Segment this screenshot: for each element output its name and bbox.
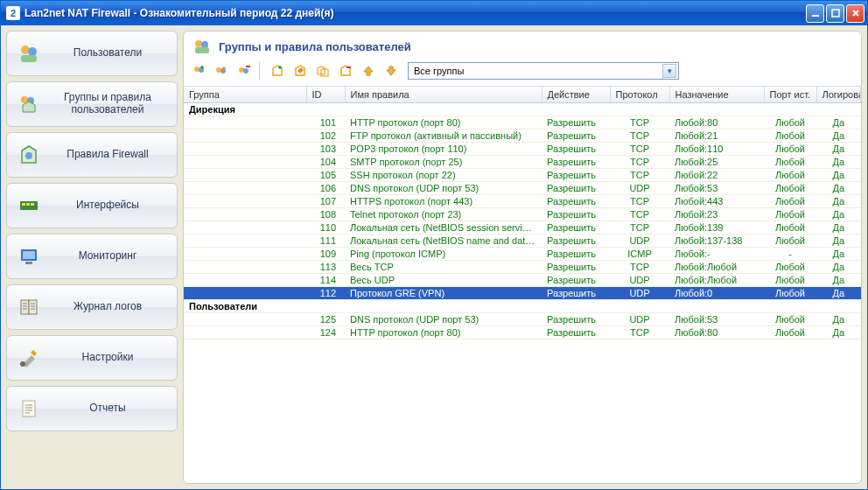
cell-id: 102 [306,130,345,143]
svg-point-17 [20,361,25,367]
svg-point-3 [28,47,37,56]
col-header-srcport[interactable]: Порт ист. [764,87,816,103]
minimize-button[interactable] [806,4,824,23]
rule-row[interactable]: 124HTTP протокол (порт 80)РазрешитьTCPЛю… [184,326,861,340]
svg-point-19 [195,40,202,47]
add-rule-button[interactable] [268,61,287,80]
edit-group-button[interactable] [212,61,231,80]
group-header-row[interactable]: Пользователи [184,300,861,313]
rule-row[interactable]: 109Ping (протокол ICMP)РазрешитьICMPЛюбо… [184,248,861,261]
sidebar-item-label: Отчеты [49,402,166,415]
rule-row[interactable]: 125DNS протокол (UDP порт 53)РазрешитьUD… [184,313,861,326]
sidebar-item-3[interactable]: Интерфейсы [6,183,178,228]
rule-row[interactable]: 106DNS протокол (UDP порт 53)РазрешитьUD… [184,182,861,195]
col-header-id[interactable]: ID [306,87,345,103]
add-group-button[interactable] [189,61,208,80]
cell-src-port: Любой [764,195,816,208]
chevron-down-icon: ▾ [662,64,676,78]
rule-row[interactable]: 111Локальная сеть (NetBIOS name and data… [184,234,861,248]
cell-id: 108 [306,208,345,221]
sidebar-item-label: Пользователи [49,47,166,60]
svg-rect-14 [25,262,32,264]
cell-action: Разрешить [542,143,610,156]
cell-src-port: Любой [764,182,816,195]
cell-group [184,143,306,156]
cell-protocol: ICMP [610,248,669,261]
rule-row[interactable]: 107HTTPS протокол (порт 443)РазрешитьTCP… [184,195,861,208]
sidebar-item-2[interactable]: Правила Firewall [6,132,178,178]
col-header-action[interactable]: Действие [542,87,610,103]
col-header-protocol[interactable]: Протокол [610,87,669,103]
rule-row[interactable]: 104SMTP протокол (порт 25)РазрешитьTCPЛю… [184,156,861,169]
cell-name: DNS протокол (UDP порт 53) [345,182,542,195]
title-bar[interactable]: 2 Lan2net NAT Firewall - Ознакомительный… [1,1,867,25]
cell-log: Да [816,130,861,143]
edit-rule-button[interactable] [290,61,310,80]
svg-point-27 [243,68,248,74]
rule-row[interactable]: 103POP3 протокол (порт 110)РазрешитьTCPЛ… [184,143,861,156]
col-header-destination[interactable]: Назначение [669,87,764,103]
sidebar-item-6[interactable]: Настройки [6,335,178,381]
rule-row[interactable]: 101HTTP протокол (порт 80)РазрешитьTCPЛю… [184,116,861,130]
table-header-row: Группа ID Имя правила Действие Протокол … [184,87,861,103]
svg-rect-11 [31,203,34,206]
col-header-group[interactable]: Группа [184,87,306,103]
cell-name: Локальная сеть (NetBIOS session service.… [345,221,542,234]
cell-log: Да [816,221,861,234]
cell-protocol: TCP [610,195,669,208]
rule-row[interactable]: 102FTP протокол (активный и пассивный)Ра… [184,130,861,143]
cell-src-port: Любой [764,130,816,143]
rules-grid-container[interactable]: Группа ID Имя правила Действие Протокол … [184,86,861,483]
cell-id: 109 [306,248,345,261]
delete-group-button[interactable] [234,61,254,80]
panel-header: Группы и правила пользователей [184,32,861,60]
cell-src-port: Любой [764,326,816,340]
svg-point-7 [25,152,32,159]
svg-rect-9 [22,203,25,206]
move-up-button[interactable] [359,61,378,80]
rule-row[interactable]: 114Весь UDPРазрешитьUDPЛюбой:ЛюбойЛюбойД… [184,274,861,287]
close-button[interactable] [846,4,864,23]
rule-row[interactable]: 112Протокол GRE (VPN)РазрешитьUDPЛюбой:0… [184,287,861,300]
sidebar-item-1[interactable]: Группы и правила пользователей [6,81,178,127]
cell-log: Да [816,195,861,208]
rules-table: Группа ID Имя правила Действие Протокол … [184,87,861,340]
cell-action: Разрешить [542,248,610,261]
cell-group [184,261,306,274]
cell-id: 107 [306,195,345,208]
sidebar-item-4[interactable]: Мониторинг [6,234,178,279]
rule-row[interactable]: 108Telnet протокол (порт 23)РазрешитьTCP… [184,208,861,221]
cell-group [184,287,306,300]
groups-rules-icon [18,93,40,116]
svg-rect-0 [812,15,819,17]
cell-id: 113 [306,261,345,274]
sidebar-item-0[interactable]: Пользователи [6,31,178,76]
col-header-name[interactable]: Имя правила [345,87,542,103]
sidebar-item-7[interactable]: Отчеты [6,386,178,431]
rule-row[interactable]: 105SSH протокол (порт 22)РазрешитьTCPЛюб… [184,169,861,182]
cell-id: 105 [306,169,345,182]
col-header-log[interactable]: Логировать [816,87,861,103]
cell-log: Да [816,182,861,195]
cell-destination: Любой:0 [669,287,764,300]
rule-row[interactable]: 113Весь TCPРазрешитьTCPЛюбой:ЛюбойЛюбойД… [184,261,861,274]
interfaces-icon [18,194,40,217]
delete-rule-button[interactable] [336,61,355,80]
maximize-button[interactable] [826,4,844,23]
rule-row[interactable]: 110Локальная сеть (NetBIOS session servi… [184,221,861,234]
cell-destination: Любой:443 [669,195,764,208]
group-header-row[interactable]: Дирекция [184,103,861,116]
cell-protocol: UDP [610,234,669,248]
app-icon: 2 [6,6,20,20]
move-down-button[interactable] [382,61,401,80]
group-filter-dropdown[interactable]: Все группы ▾ [408,62,679,80]
cell-destination: Любой:Любой [669,274,764,287]
svg-rect-18 [23,401,35,416]
copy-rule-button[interactable] [313,61,332,80]
cell-log: Да [816,156,861,169]
cell-id: 111 [306,234,345,248]
cell-name: FTP протокол (активный и пассивный) [345,130,542,143]
sidebar-item-5[interactable]: Журнал логов [6,284,178,330]
cell-src-port: - [764,248,816,261]
group-name-cell: Дирекция [184,103,861,116]
